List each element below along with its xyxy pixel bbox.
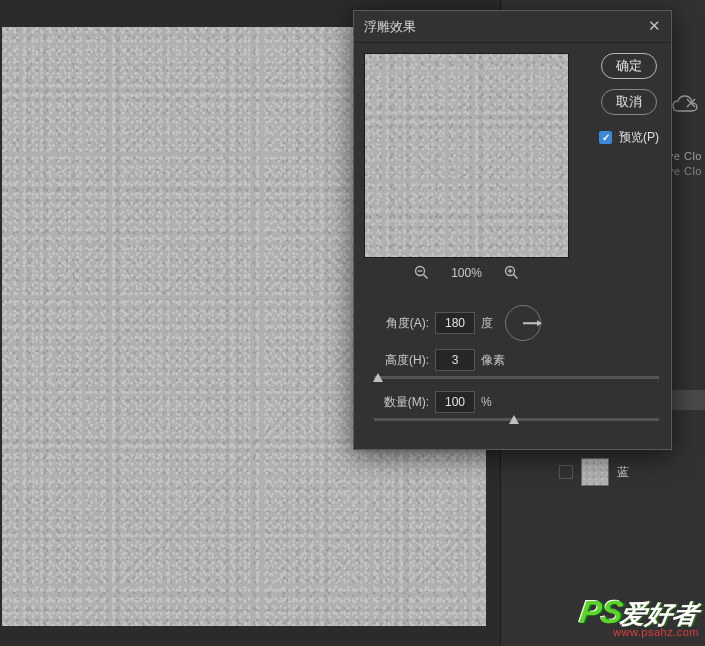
- preview-checkbox-label: 预览(P): [619, 129, 659, 146]
- height-unit: 像素: [481, 352, 505, 369]
- zoom-in-icon[interactable]: [504, 265, 519, 280]
- height-slider-thumb[interactable]: [373, 373, 383, 382]
- emboss-dialog: 浮雕效果 ✕ 100% 确定 取消 ✓ 预览(P): [353, 10, 672, 450]
- cancel-button[interactable]: 取消: [601, 89, 657, 115]
- ok-button[interactable]: 确定: [601, 53, 657, 79]
- amount-row: 数量(M): %: [374, 391, 657, 413]
- svg-line-6: [513, 274, 517, 278]
- layer-visibility-toggle[interactable]: [559, 465, 573, 479]
- angle-pointer: [523, 322, 539, 324]
- angle-dial[interactable]: [505, 305, 541, 341]
- layer-thumbnail[interactable]: [581, 458, 609, 486]
- layer-name[interactable]: 蓝: [617, 464, 629, 481]
- layer-row[interactable]: 蓝: [559, 458, 629, 486]
- angle-label: 角度(A):: [374, 315, 429, 332]
- preview-checkbox-row[interactable]: ✓ 预览(P): [599, 129, 659, 146]
- height-slider[interactable]: [374, 376, 659, 379]
- amount-label: 数量(M):: [374, 394, 429, 411]
- controls: 角度(A): 度 高度(H): 像素 数量(M): %: [374, 305, 657, 433]
- height-input[interactable]: [435, 349, 475, 371]
- zoom-value: 100%: [451, 266, 482, 280]
- preview-noise: [365, 54, 568, 257]
- angle-row: 角度(A): 度: [374, 305, 657, 341]
- amount-unit: %: [481, 395, 492, 409]
- cloud-text-2: ve Clo: [668, 165, 702, 177]
- watermark-ahz: 爱好者: [619, 601, 701, 627]
- zoom-out-icon[interactable]: [414, 265, 429, 280]
- angle-input[interactable]: [435, 312, 475, 334]
- close-icon: ✕: [648, 17, 661, 35]
- amount-input[interactable]: [435, 391, 475, 413]
- height-row: 高度(H): 像素: [374, 349, 657, 371]
- checkmark-icon: ✓: [602, 132, 610, 143]
- dialog-titlebar[interactable]: 浮雕效果 ✕: [354, 11, 671, 43]
- zoom-controls: 100%: [364, 265, 569, 280]
- angle-unit: 度: [481, 315, 493, 332]
- cloud-icon: [670, 95, 700, 117]
- dialog-button-column: 确定 取消 ✓ 预览(P): [599, 53, 659, 146]
- close-button[interactable]: ✕: [645, 17, 663, 35]
- amount-slider-thumb[interactable]: [509, 415, 519, 424]
- dialog-body: 100% 确定 取消 ✓ 预览(P) 角度(A): 度: [354, 43, 671, 63]
- preview-image[interactable]: [364, 53, 569, 258]
- dialog-title: 浮雕效果: [364, 18, 416, 36]
- watermark: PS爱好者 www.psahz.com: [580, 596, 699, 638]
- svg-line-3: [423, 274, 427, 278]
- preview-checkbox[interactable]: ✓: [599, 131, 612, 144]
- height-label: 高度(H):: [374, 352, 429, 369]
- cloud-text-1: ve Clo: [668, 150, 702, 162]
- amount-slider[interactable]: [374, 418, 659, 421]
- watermark-logo: PS爱好者: [578, 596, 701, 628]
